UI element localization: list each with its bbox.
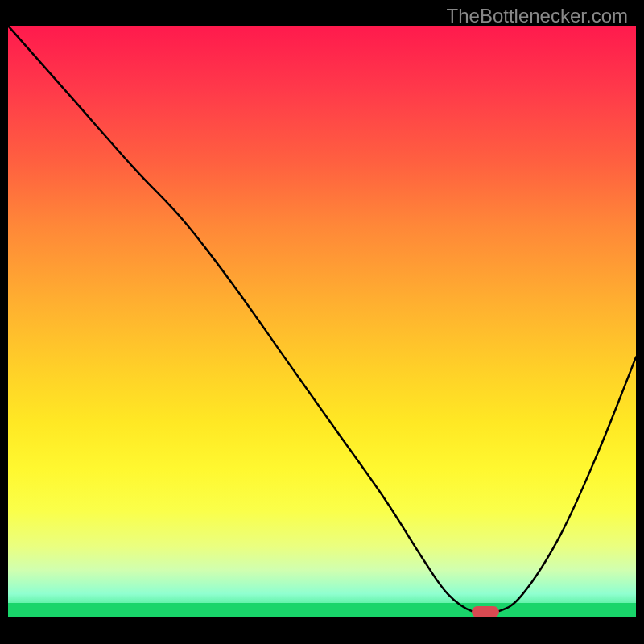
plot-area [8,26,636,617]
x-axis-line [8,617,636,619]
optimal-point-marker [472,606,499,617]
curve-layer [8,26,636,617]
watermark-text: TheBottlenecker.com [447,5,628,27]
plot-frame [8,26,636,636]
chart-container: TheBottlenecker.com [0,0,644,644]
bottleneck-curve-line [8,26,636,614]
